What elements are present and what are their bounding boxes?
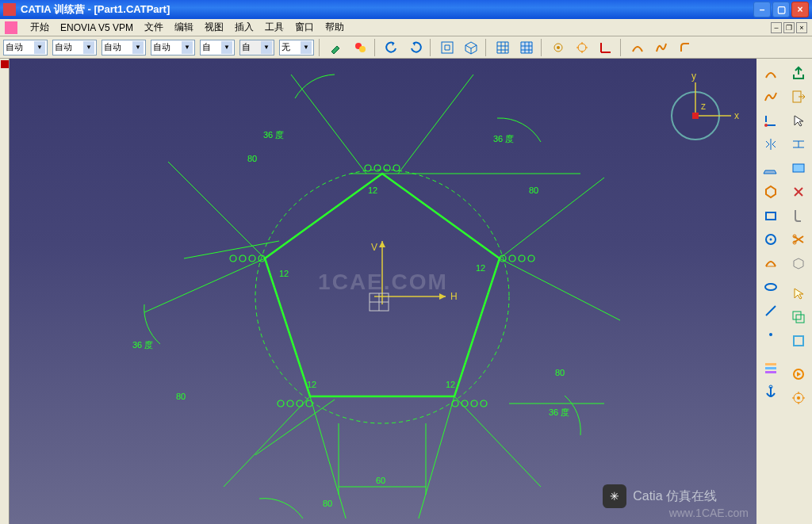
gear2-icon[interactable] <box>573 38 592 57</box>
mirror-tool-icon[interactable] <box>760 133 782 155</box>
svg-text:12: 12 <box>476 263 485 273</box>
catia-logo-icon <box>5 21 17 34</box>
circle-tool-icon[interactable] <box>760 228 782 251</box>
svg-point-54 <box>306 400 312 407</box>
dimension-icon[interactable] <box>787 133 810 155</box>
corner-tool-icon[interactable] <box>760 109 782 132</box>
corner-top-icon[interactable] <box>676 38 695 57</box>
axis-button[interactable] <box>596 38 615 57</box>
spline-tool-icon[interactable] <box>760 86 782 108</box>
symbol-select[interactable]: 无▼ <box>279 40 314 55</box>
ellipse-tool-icon[interactable] <box>760 276 782 298</box>
svg-rect-84 <box>765 367 776 369</box>
svg-text:80: 80 <box>555 368 565 377</box>
maximize-button[interactable]: ▢ <box>772 2 790 17</box>
svg-line-22 <box>398 75 473 174</box>
svg-text:H: H <box>450 291 458 302</box>
layers-icon[interactable] <box>760 357 782 379</box>
svg-rect-96 <box>794 336 803 346</box>
svg-line-25 <box>168 162 265 258</box>
arc-top-icon[interactable] <box>628 38 647 57</box>
svg-text:80: 80 <box>176 392 186 401</box>
swatch-icon[interactable] <box>350 38 370 57</box>
svg-point-45 <box>249 255 255 262</box>
equal-icon[interactable] <box>787 157 810 179</box>
close-button[interactable]: × <box>791 2 809 17</box>
doc-minimize-button[interactable]: – <box>771 22 782 33</box>
menu-edit[interactable]: 编辑 <box>170 19 198 36</box>
scissors-icon[interactable] <box>787 330 810 352</box>
undo-button[interactable] <box>382 38 401 57</box>
svg-line-34 <box>500 258 620 320</box>
point-select[interactable]: 自动▼ <box>151 40 195 55</box>
grid-button[interactable] <box>493 38 512 57</box>
svg-point-78 <box>769 239 772 241</box>
spline-top-icon[interactable] <box>652 38 671 57</box>
gear-settings-icon[interactable] <box>787 387 810 409</box>
iso-view-button[interactable] <box>462 38 481 57</box>
svg-text:12: 12 <box>446 380 455 389</box>
iron-icon[interactable] <box>760 157 782 179</box>
redo-button[interactable] <box>406 38 425 57</box>
doc-close-button[interactable]: × <box>796 22 807 33</box>
color-select[interactable]: 自动▼ <box>3 40 48 55</box>
menu-view[interactable]: 视图 <box>200 19 228 36</box>
svg-point-35 <box>365 165 371 171</box>
menu-start[interactable]: 开始 <box>25 19 54 36</box>
svg-text:36 度: 36 度 <box>493 134 514 143</box>
linetype-select[interactable]: 自动▼ <box>102 40 146 55</box>
offset-icon[interactable] <box>787 306 810 328</box>
svg-line-27 <box>224 396 310 487</box>
svg-point-74 <box>764 124 768 127</box>
select-arrow-icon[interactable] <box>787 109 810 132</box>
exit-sketch-icon[interactable] <box>787 86 810 108</box>
clip-icon[interactable] <box>787 205 810 227</box>
constraints-icon[interactable] <box>787 181 810 203</box>
project-3d-icon[interactable] <box>787 252 810 274</box>
conic-tool-icon[interactable] <box>760 252 782 274</box>
gear1-icon[interactable] <box>549 38 568 57</box>
menu-window[interactable]: 窗口 <box>290 19 319 36</box>
window-title: CATIA 训练营 - [Part1.CATPart] <box>21 2 753 17</box>
svg-line-29 <box>255 400 335 455</box>
svg-point-80 <box>765 284 776 290</box>
animate-icon[interactable] <box>787 363 810 385</box>
snap-button[interactable] <box>517 38 536 57</box>
doc-restore-button[interactable]: ❐ <box>783 22 795 33</box>
brand-text: Catia 仿真在线 <box>633 488 717 505</box>
wechat-logo-icon: ✳ <box>603 484 626 508</box>
svg-text:12: 12 <box>368 186 377 195</box>
minimize-button[interactable]: – <box>753 2 771 17</box>
line-tool-icon[interactable] <box>760 300 782 322</box>
menu-tools[interactable]: 工具 <box>260 19 289 36</box>
select-cursor-icon[interactable] <box>787 282 810 304</box>
svg-text:80: 80 <box>529 186 538 195</box>
svg-rect-95 <box>796 315 804 323</box>
svg-point-51 <box>278 400 284 407</box>
anchor-icon[interactable] <box>760 381 782 403</box>
layer-select[interactable]: 自▼ <box>239 40 274 55</box>
svg-text:36 度: 36 度 <box>549 407 569 417</box>
svg-point-36 <box>374 165 381 171</box>
document-window-controls: – ❐ × <box>771 22 807 33</box>
render-select[interactable]: 自▼ <box>200 40 235 55</box>
menu-enovia[interactable]: ENOVIA V5 VPM <box>56 21 138 35</box>
vertical-ruler <box>0 59 10 524</box>
rect-tool-icon[interactable] <box>760 205 782 227</box>
menu-help[interactable]: 帮助 <box>320 19 349 36</box>
hex-tool-icon[interactable] <box>760 181 782 203</box>
point-tool-icon[interactable] <box>760 323 782 346</box>
brand-overlay: ✳ Catia 仿真在线 <box>603 484 717 508</box>
menu-insert[interactable]: 插入 <box>230 19 259 36</box>
export-icon[interactable] <box>787 62 810 84</box>
svg-rect-91 <box>793 164 804 172</box>
sketch-canvas[interactable]: 1CAE.COM y x z H V <box>10 59 756 524</box>
fit-all-button[interactable] <box>438 38 457 57</box>
menu-file[interactable]: 文件 <box>140 19 168 36</box>
brush-icon[interactable] <box>327 38 346 57</box>
trim-icon[interactable] <box>787 228 810 251</box>
thickness-select[interactable]: 自动▼ <box>52 40 97 55</box>
svg-line-31 <box>414 396 454 518</box>
arc-tool-icon[interactable] <box>760 62 782 84</box>
svg-line-30 <box>454 396 541 487</box>
